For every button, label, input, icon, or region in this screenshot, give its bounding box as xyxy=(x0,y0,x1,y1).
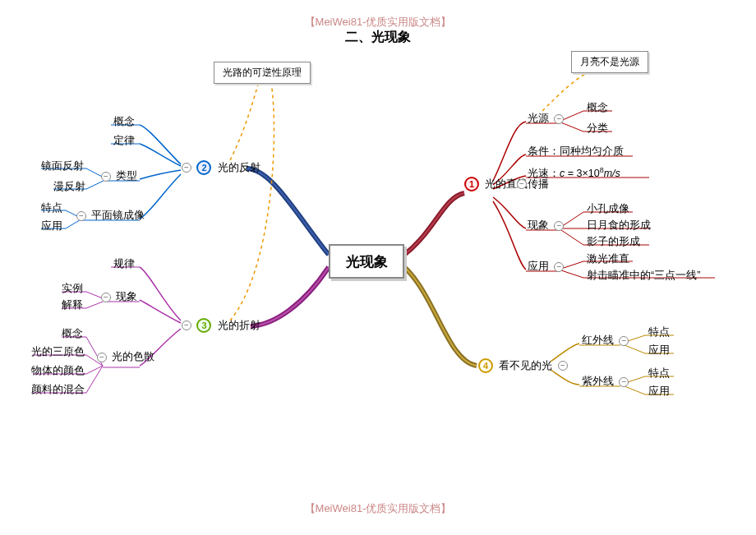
b2-t-diff: 漫反射 xyxy=(53,180,85,194)
b1-phenomena: 现象 − xyxy=(528,219,566,233)
collapse-icon[interactable]: − xyxy=(619,336,629,346)
center-node: 光现象 xyxy=(329,244,404,279)
badge-3-icon: 3 xyxy=(196,318,211,333)
b1-ph-a: 小孔成像 xyxy=(587,202,629,216)
b4-uv-f: 特点 xyxy=(648,367,670,380)
collapse-icon[interactable]: − xyxy=(101,293,111,302)
b1-condition: 条件：同种均匀介质 xyxy=(528,145,624,159)
b3-dispersion: − 光的色散 xyxy=(94,351,135,363)
b2-mirror: − 平面镜成像 xyxy=(74,209,145,223)
b2-concept: 概念 xyxy=(113,115,135,129)
b3-d-primary: 光的三原色 xyxy=(31,345,85,359)
callout-moon: 月亮不是光源 xyxy=(571,51,648,73)
b1-lightsource: 光源 − xyxy=(528,112,566,126)
collapse-icon[interactable]: − xyxy=(76,211,86,221)
b4-ir: 红外线 − xyxy=(582,334,631,348)
b4-ir-a: 应用 xyxy=(648,344,670,357)
b3-d-concept: 概念 xyxy=(62,327,83,341)
b1-speed: 光速：c = 3×108m/s xyxy=(528,166,620,181)
b1-app-a: 激光准直 xyxy=(587,252,629,266)
b2-t-spec: 镜面反射 xyxy=(41,159,84,173)
b1-ls-classify: 分类 xyxy=(587,122,608,136)
header-tag: 【MeiWei81-优质实用版文档】 xyxy=(305,15,452,30)
badge-4-icon: 4 xyxy=(478,358,493,373)
b1-ph-b: 日月食的形成 xyxy=(587,219,651,233)
badge-1-icon: 1 xyxy=(464,177,479,191)
b1-apps: 应用 − xyxy=(528,260,566,274)
collapse-icon[interactable]: − xyxy=(101,172,111,182)
header-title: 二、光现象 xyxy=(345,29,411,46)
collapse-icon[interactable]: − xyxy=(554,114,564,124)
collapse-icon[interactable]: − xyxy=(554,262,564,272)
b4-uv-a: 应用 xyxy=(648,385,670,399)
b1-ph-c: 影子的形成 xyxy=(587,235,640,249)
b3-rule: 规律 xyxy=(113,257,135,271)
b3-ph-ex: 实例 xyxy=(62,282,83,296)
b2-m-a: 应用 xyxy=(41,219,62,233)
footer-tag: 【MeiWei81-优质实用版文档】 xyxy=(305,501,452,516)
collapse-icon[interactable]: − xyxy=(554,221,564,231)
collapse-icon[interactable]: − xyxy=(558,361,568,371)
b3-d-pig: 颜料的混合 xyxy=(31,383,85,397)
b4-uv: 紫外线 − xyxy=(582,375,631,389)
b2-type: − 类型 xyxy=(99,169,137,183)
b2-law: 定律 xyxy=(113,134,135,148)
branch-1: 1 光的直线传播 − xyxy=(464,177,529,191)
b4-ir-f: 特点 xyxy=(648,325,670,339)
b1-app-b: 射击瞄准中的“三点一线” xyxy=(587,269,700,283)
b3-d-obj: 物体的颜色 xyxy=(31,364,85,378)
collapse-icon[interactable]: − xyxy=(517,179,527,189)
collapse-icon[interactable]: − xyxy=(97,353,107,362)
b1-ls-concept: 概念 xyxy=(587,101,608,115)
b2-m-f: 特点 xyxy=(41,201,62,215)
branch-2: − 2 光的反射 xyxy=(179,160,260,175)
branch-3: − 3 光的折射 xyxy=(179,318,260,333)
b3-phenomena: − 现象 xyxy=(99,290,137,304)
collapse-icon[interactable]: − xyxy=(619,377,629,387)
collapse-icon[interactable]: − xyxy=(182,321,191,330)
branch-1-title: 光的直线传播 xyxy=(485,178,511,191)
branch-4: 4 看不见的光 − xyxy=(478,358,570,373)
collapse-icon[interactable]: − xyxy=(182,163,191,173)
callout-reversibility: 光路的可逆性原理 xyxy=(214,62,311,84)
b3-ph-exp: 解释 xyxy=(62,298,83,312)
badge-2-icon: 2 xyxy=(196,160,211,175)
